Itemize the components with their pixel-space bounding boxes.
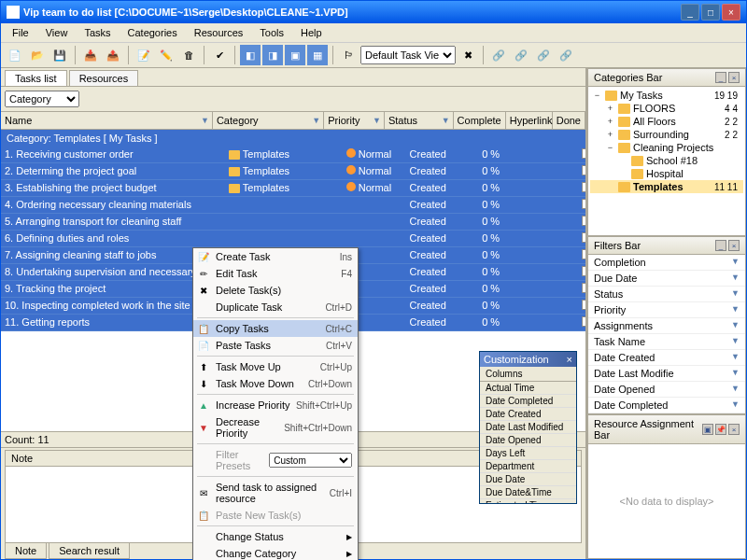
table-row[interactable]: 3. Establishing the project budget Templ… — [1, 180, 585, 197]
tree-item[interactable]: School #18 — [590, 154, 743, 167]
filter-item[interactable]: Assignments▼ — [588, 318, 745, 334]
tb-new-task-icon[interactable]: 📝 — [134, 45, 154, 65]
tb-delete2-icon[interactable]: ✖ — [458, 45, 478, 65]
tree-item[interactable]: Templates11 11 — [590, 180, 743, 193]
tb-check-icon[interactable]: ✔ — [209, 45, 230, 65]
col-hyperlink[interactable]: Hyperlink — [506, 112, 553, 129]
category-filter[interactable]: Category — [5, 91, 79, 107]
catbar-close-icon[interactable]: × — [728, 72, 740, 83]
filter-item[interactable]: Priority▼ — [588, 302, 745, 318]
customization-item[interactable]: Date Opened — [480, 434, 576, 447]
menu-help[interactable]: Help — [293, 25, 330, 40]
tab-tasks-list[interactable]: Tasks list — [5, 70, 67, 86]
menu-tools[interactable]: Tools — [252, 25, 291, 40]
tree-item[interactable]: Hospital — [590, 167, 743, 180]
filter-item[interactable]: Date Created▼ — [588, 350, 745, 366]
tree-item[interactable]: +Surrounding2 2 — [590, 128, 743, 141]
ctx-send-task[interactable]: ✉Send task to assigned resourceCtrl+I — [193, 479, 358, 507]
group-header[interactable]: Category: Templates [ My Tasks ] — [1, 130, 585, 147]
col-priority[interactable]: Priority▼ — [324, 112, 385, 129]
resbar-expand-icon[interactable]: ▣ — [702, 424, 713, 435]
table-row[interactable]: 5. Arranging transport for cleaning staf… — [1, 214, 585, 231]
tb-save-icon[interactable]: 💾 — [49, 45, 70, 65]
customization-item[interactable]: Due Date — [480, 473, 576, 486]
close-button[interactable]: × — [722, 4, 740, 21]
tb-link3-icon[interactable]: 🔗 — [533, 45, 554, 65]
customization-item[interactable]: Date Created — [480, 408, 576, 421]
tb-link1-icon[interactable]: 🔗 — [488, 45, 509, 65]
ctx-move-down[interactable]: ⬇Task Move DownCtrl+Down — [193, 375, 358, 392]
menu-file[interactable]: File — [5, 25, 36, 40]
filter-item[interactable]: Status▼ — [588, 287, 745, 302]
ctx-increase-priority[interactable]: ▲Increase PriorityShift+Ctrl+Up — [193, 397, 358, 413]
tb-blue3-icon[interactable]: ▣ — [285, 45, 305, 65]
menu-view[interactable]: View — [38, 25, 76, 40]
customization-close-icon[interactable]: × — [567, 354, 572, 365]
customization-item[interactable]: Department — [480, 460, 576, 473]
table-row[interactable]: 1. Receiving customer order Templates No… — [1, 147, 585, 163]
tb-blue1-icon[interactable]: ◧ — [240, 45, 261, 65]
col-complete[interactable]: Complete — [454, 112, 506, 129]
view-selector[interactable]: Default Task Vie — [360, 46, 456, 64]
filter-item[interactable]: Completion▼ — [588, 255, 745, 271]
tree-item[interactable]: +FLOORS4 4 — [590, 102, 743, 115]
filters-close-icon[interactable]: × — [728, 240, 740, 251]
col-category[interactable]: Category▼ — [213, 112, 324, 129]
col-name[interactable]: Name▼ — [1, 112, 213, 129]
ctx-create-task[interactable]: 📝Create TaskIns — [193, 248, 358, 265]
ctx-move-up[interactable]: ⬆Task Move UpCtrl+Up — [193, 358, 358, 375]
filter-item[interactable]: Date Last Modifie▼ — [588, 366, 745, 382]
tab-search-result[interactable]: Search result — [49, 543, 130, 559]
menu-tasks[interactable]: Tasks — [77, 25, 118, 40]
tb-import-icon[interactable]: 📥 — [80, 45, 101, 65]
table-row[interactable]: 4. Ordering necessary cleaning materials… — [1, 197, 585, 214]
tab-note[interactable]: Note — [5, 543, 47, 559]
ctx-paste-tasks[interactable]: 📄Paste TasksCtrl+V — [193, 337, 358, 354]
tree-item[interactable]: −Cleaning Projects — [590, 141, 743, 154]
categories-tree[interactable]: −My Tasks19 19+FLOORS4 4+All Floors2 2+S… — [587, 87, 746, 236]
ctx-change-category[interactable]: Change Category▶ — [193, 545, 358, 560]
col-done[interactable]: Done — [553, 112, 585, 129]
customization-item[interactable]: Actual Time — [480, 382, 576, 395]
tab-resources[interactable]: Resources — [69, 70, 139, 86]
tb-link2-icon[interactable]: 🔗 — [511, 45, 531, 65]
filter-item[interactable]: Due Date▼ — [588, 271, 745, 287]
filters-collapse-icon[interactable]: _ — [715, 240, 726, 251]
customization-tab-columns[interactable]: Columns — [480, 367, 576, 382]
customization-item[interactable]: Due Date&Time — [480, 486, 576, 499]
menu-categories[interactable]: Categories — [120, 25, 185, 40]
tb-edit-task-icon[interactable]: ✏️ — [156, 45, 176, 65]
ctx-duplicate-task[interactable]: Duplicate TaskCtrl+D — [193, 299, 358, 315]
maximize-button[interactable]: □ — [701, 4, 720, 21]
customization-item[interactable]: Date Last Modified — [480, 421, 576, 434]
tb-delete-task-icon[interactable]: 🗑 — [178, 45, 199, 65]
catbar-collapse-icon[interactable]: _ — [715, 72, 726, 83]
resbar-pin-icon[interactable]: 📌 — [715, 424, 726, 435]
customization-item[interactable]: Estimated Time — [480, 499, 576, 503]
tb-new-icon[interactable]: 📄 — [5, 45, 25, 65]
tb-flag-icon[interactable]: 🏳 — [338, 45, 359, 65]
minimize-button[interactable]: _ — [681, 4, 699, 21]
filter-item[interactable]: Date Completed▼ — [588, 398, 745, 413]
tb-link4-icon[interactable]: 🔗 — [556, 45, 576, 65]
customization-item[interactable]: Days Left — [480, 447, 576, 460]
resbar-close-icon[interactable]: × — [728, 424, 740, 435]
ctx-edit-task[interactable]: ✏Edit TaskF4 — [193, 265, 358, 282]
tb-export-icon[interactable]: 📤 — [103, 45, 123, 65]
ctx-decrease-priority[interactable]: ▼Decrease PriorityShift+Ctrl+Down — [193, 413, 358, 441]
table-row[interactable]: 6. Defining duties and roles Created 0 % — [1, 231, 585, 247]
customization-item[interactable]: Date Completed — [480, 395, 576, 408]
table-row[interactable]: 2. Determing the project goal Templates … — [1, 163, 585, 180]
tb-blue2-icon[interactable]: ◨ — [262, 45, 283, 65]
tb-open-icon[interactable]: 📂 — [27, 45, 48, 65]
tree-item[interactable]: +All Floors2 2 — [590, 115, 743, 128]
filter-item[interactable]: Task Name▼ — [588, 334, 745, 350]
filter-preset-select[interactable]: Custom — [269, 453, 352, 468]
ctx-copy-tasks[interactable]: 📋Copy TasksCtrl+C — [193, 320, 358, 337]
tree-item[interactable]: −My Tasks19 19 — [590, 89, 743, 102]
col-status[interactable]: Status▼ — [385, 112, 454, 129]
ctx-delete-task[interactable]: ✖Delete Task(s) — [193, 282, 358, 299]
tb-blue4-icon[interactable]: ▦ — [307, 45, 328, 65]
filter-item[interactable]: Date Opened▼ — [588, 382, 745, 398]
menu-resources[interactable]: Resources — [187, 25, 251, 40]
